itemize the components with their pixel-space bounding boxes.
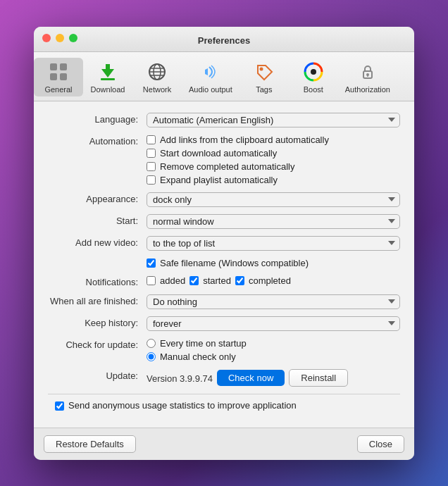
keep-history-select[interactable]: forever1 week1 monthnever [147, 316, 400, 331]
start-label: Start: [48, 214, 147, 226]
download-icon [97, 61, 119, 83]
tab-network-label: Network [143, 85, 171, 94]
update-every-startup[interactable]: Every time on startup [147, 338, 400, 349]
update-manual-only[interactable]: Manual check only [147, 351, 400, 362]
tab-network[interactable]: Network [132, 58, 182, 96]
automation-expand-playlist[interactable]: Expand playlist automatically [147, 175, 400, 185]
keep-history-content: forever1 week1 monthnever [147, 316, 400, 331]
reinstall-button[interactable]: Reinstall [289, 369, 348, 387]
language-label: Language: [48, 113, 147, 125]
svg-point-14 [311, 69, 316, 75]
tab-authorization[interactable]: Authorization [338, 58, 397, 96]
svg-rect-1 [60, 63, 67, 70]
automation-start-download[interactable]: Start download automatically [147, 148, 400, 158]
general-icon [47, 61, 70, 83]
add-links-label: Add links from the clipboard automatical… [160, 135, 329, 145]
tab-boost[interactable]: Boost [289, 58, 338, 96]
maximize-window-button[interactable] [69, 34, 77, 42]
safe-filename-label[interactable]: Safe filename (Windows compatible) [147, 258, 309, 268]
automation-content: Add links from the clipboard automatical… [147, 135, 400, 185]
tab-general-label: General [44, 85, 72, 94]
start-select[interactable]: normal windowminimizedhidden [147, 214, 400, 229]
tab-audio-label: Audio output [189, 85, 232, 94]
preferences-window: Preferences General Download Network Au [34, 27, 414, 460]
version-text: Version 3.9.9.74 [147, 372, 213, 384]
tags-icon [253, 61, 275, 83]
automation-label: Automation: [48, 135, 147, 147]
svg-rect-2 [50, 73, 57, 80]
check-update-label: Check for update: [48, 338, 147, 350]
notification-added-checkbox[interactable] [147, 276, 156, 285]
restore-defaults-button[interactable]: Restore Defaults [44, 435, 136, 453]
appearance-select[interactable]: dock onlynormal windowmenu bar only [147, 192, 400, 207]
automation-remove-completed[interactable]: Remove completed automatically [147, 161, 400, 172]
notification-started-checkbox[interactable] [189, 276, 199, 285]
tab-authorization-label: Authorization [345, 85, 390, 94]
close-button[interactable]: Close [357, 435, 404, 453]
update-manual-only-label: Manual check only [160, 351, 236, 362]
update-every-startup-radio[interactable] [147, 339, 156, 348]
svg-rect-6 [101, 78, 115, 80]
audio-icon [199, 61, 222, 83]
authorization-icon [356, 61, 379, 83]
titlebar: Preferences [34, 27, 414, 52]
svg-rect-0 [50, 63, 57, 70]
notifications-content: added started completed [147, 275, 400, 286]
language-select[interactable]: Automatic (American English) [147, 113, 400, 127]
svg-point-12 [259, 67, 263, 70]
tab-download[interactable]: Download [83, 58, 132, 96]
keep-history-label: Keep history: [48, 316, 147, 328]
update-manual-only-radio[interactable] [147, 352, 156, 361]
safe-filename-text: Safe filename (Windows compatible) [160, 258, 309, 268]
start-download-label: Start download automatically [160, 148, 277, 158]
add-new-video-select[interactable]: to the top of listto the bottom of list [147, 236, 400, 251]
expand-playlist-label: Expand playlist automatically [160, 175, 278, 185]
update-label: Update: [48, 369, 147, 381]
boost-icon [302, 61, 325, 83]
notification-completed-checkbox[interactable] [235, 276, 244, 285]
start-content: normal windowminimizedhidden [147, 214, 400, 229]
language-content: Automatic (American English) [147, 113, 400, 127]
svg-rect-3 [60, 73, 67, 80]
language-row: Language: Automatic (American English) [48, 113, 400, 127]
add-links-checkbox[interactable] [147, 135, 156, 144]
start-download-checkbox[interactable] [147, 149, 156, 158]
notifications-label: Notifications: [48, 275, 147, 287]
start-row: Start: normal windowminimizedhidden [48, 214, 400, 229]
svg-rect-5 [106, 64, 110, 70]
tab-tags[interactable]: Tags [239, 58, 289, 96]
appearance-content: dock onlynormal windowmenu bar only [147, 192, 400, 207]
appearance-label: Appearance: [48, 192, 147, 204]
when-finished-content: Do nothingQuitSleepShutdown [147, 294, 400, 309]
safe-filename-checkbox[interactable] [147, 258, 156, 268]
toolbar: General Download Network Audio output Ta… [34, 52, 414, 101]
tab-general[interactable]: General [34, 58, 83, 96]
preferences-content: Language: Automatic (American English) A… [34, 101, 414, 428]
update-content: Version 3.9.9.74 Check now Reinstall [147, 369, 400, 387]
safe-filename-row: Safe filename (Windows compatible) [147, 258, 400, 268]
tab-download-label: Download [91, 85, 125, 94]
automation-add-links[interactable]: Add links from the clipboard automatical… [147, 135, 400, 145]
bottom-bar: Restore Defaults Close [34, 428, 414, 460]
check-now-button[interactable]: Check now [217, 370, 285, 386]
minimize-window-button[interactable] [56, 34, 64, 42]
add-new-video-row: Add new video: to the top of listto the … [48, 236, 400, 251]
anonymous-checkbox[interactable] [55, 401, 64, 411]
when-finished-row: When all are finished: Do nothingQuitSle… [48, 294, 400, 309]
remove-completed-checkbox[interactable] [147, 162, 156, 171]
tab-tags-label: Tags [256, 85, 272, 94]
tab-audio[interactable]: Audio output [182, 58, 239, 96]
close-window-button[interactable] [42, 34, 51, 42]
expand-playlist-checkbox[interactable] [147, 175, 156, 185]
notifications-inline: added started completed [147, 275, 400, 286]
automation-row: Automation: Add links from the clipboard… [48, 135, 400, 185]
check-update-row: Check for update: Every time on startup … [48, 338, 400, 362]
when-finished-label: When all are finished: [48, 294, 147, 306]
notification-added[interactable]: added [147, 275, 185, 286]
keep-history-row: Keep history: forever1 week1 monthnever [48, 316, 400, 331]
notification-started[interactable]: started [189, 275, 231, 286]
update-every-startup-label: Every time on startup [160, 338, 247, 349]
notification-completed[interactable]: completed [235, 275, 291, 286]
when-finished-select[interactable]: Do nothingQuitSleepShutdown [147, 294, 400, 309]
divider [48, 394, 400, 394]
